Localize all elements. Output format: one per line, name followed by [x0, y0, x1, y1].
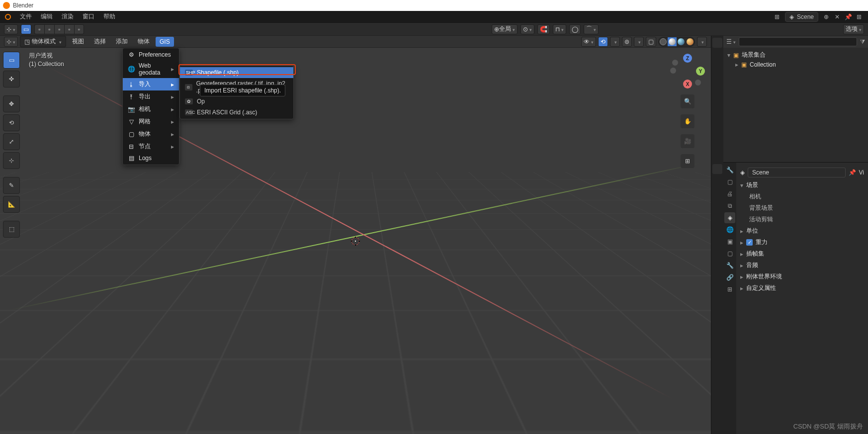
snap-target-button[interactable]: ⊓	[553, 24, 566, 34]
mode-dropdown[interactable]: ◳ 物体模式	[20, 36, 66, 47]
shading-solid[interactable]	[668, 37, 677, 46]
tab-viewlayer[interactable]: ⧉	[724, 200, 735, 211]
panel-custom-props[interactable]: ▸自定义属性	[740, 282, 864, 294]
select-tool-button[interactable]: ▭	[21, 24, 31, 34]
outliner-display-mode[interactable]: ☰	[726, 38, 736, 45]
prop-bg-scene[interactable]: 背景场景	[740, 202, 864, 214]
gizmo-dropdown[interactable]	[610, 37, 620, 47]
tab-render[interactable]: ▢	[724, 176, 735, 187]
axis-neg[interactable]	[695, 80, 701, 86]
shading-rendered[interactable]	[686, 37, 694, 46]
xray-toggle[interactable]: ▢	[646, 37, 656, 47]
viewlayer-icon[interactable]: ⊞	[854, 12, 864, 22]
pin-button[interactable]: 📌	[843, 12, 853, 22]
tab-output[interactable]: 🖨	[724, 188, 735, 199]
prop-camera[interactable]: 相机	[740, 191, 864, 202]
vp-menu-view[interactable]: 视图	[68, 36, 88, 47]
scene-name-field[interactable]: Scene	[748, 168, 846, 177]
camera-view-button[interactable]: 🎥	[681, 134, 694, 148]
prop-active-clip[interactable]: 活动剪辑	[740, 214, 864, 225]
proportional-falloff-button[interactable]: ⌒	[584, 24, 599, 34]
tab-tool[interactable]: 🔧	[724, 165, 735, 175]
editor-type-props[interactable]	[712, 164, 722, 174]
orientation-button[interactable]: ⊕ 全局	[492, 24, 518, 34]
tab-modifier[interactable]: 🔧	[724, 260, 735, 271]
navigation-gizmo[interactable]: Z Y X	[670, 54, 705, 88]
panel-keying-sets[interactable]: ▸插帧集	[740, 248, 864, 260]
expand-icon[interactable]: ▸	[735, 61, 738, 68]
menu-render[interactable]: 渲染	[58, 10, 78, 23]
options-button[interactable]: 选项	[843, 24, 864, 34]
gis-mesh[interactable]: ▽网格▸	[123, 115, 179, 128]
scene-browse-icon[interactable]: ⊞	[772, 12, 782, 22]
gravity-checkbox[interactable]: ✓	[746, 239, 753, 246]
overlay-dropdown[interactable]	[634, 37, 644, 47]
snap-toggle[interactable]: 🧲	[537, 24, 550, 34]
panel-rigidbody[interactable]: ▸刚体世界环境	[740, 271, 864, 282]
gizmo-toggle[interactable]: ⟲	[598, 37, 608, 47]
axis-z[interactable]: Z	[683, 54, 692, 63]
3d-viewport[interactable]: 用户透视 (1) Collection ▭ ✜ ✥ ⟲ ⤢ ⊹ ✎ 📐 ⬚ Z …	[0, 48, 711, 434]
gis-preferences[interactable]: ⚙Preferences	[123, 49, 179, 60]
delete-scene-button[interactable]: ✕	[832, 12, 842, 22]
proportional-toggle[interactable]: ◯	[569, 24, 581, 34]
tab-texture[interactable]: ⊞	[724, 284, 735, 295]
gis-import[interactable]: ⭳导入▸	[123, 78, 179, 90]
tool-rotate[interactable]: ⟲	[3, 114, 20, 131]
tool-scale[interactable]: ⤢	[3, 133, 20, 150]
vp-menu-object[interactable]: 物体	[134, 36, 154, 47]
import-asc[interactable]: ASCESRI ASCII Grid (.asc)	[180, 107, 293, 118]
outliner-editor-type[interactable]	[712, 38, 722, 48]
tool-annotate[interactable]: ✎	[3, 177, 20, 194]
perspective-toggle[interactable]: ⊞	[681, 154, 694, 168]
tool-cursor[interactable]: ✜	[3, 71, 20, 87]
gis-web-geodata[interactable]: 🌐Web geodata▸	[123, 60, 179, 78]
panel-gravity[interactable]: ▸✓重力	[740, 237, 864, 248]
visibility-button[interactable]: 👁	[581, 37, 596, 47]
filter-button[interactable]: ⧩	[860, 38, 865, 45]
tool-transform[interactable]: ⊹	[3, 152, 20, 169]
panel-audio[interactable]: ▸音频	[740, 260, 864, 271]
pan-button[interactable]: ✋	[681, 114, 694, 128]
scene-selector[interactable]: ◈ Scene	[785, 12, 818, 22]
expand-icon[interactable]: ▾	[727, 52, 730, 59]
gis-nodes[interactable]: ⊟节点▸	[123, 140, 179, 153]
select-set-button[interactable]: ▫	[34, 24, 44, 34]
axis-y[interactable]: Y	[696, 67, 705, 76]
panel-units[interactable]: ▸单位	[740, 225, 864, 237]
gis-object[interactable]: ▢物体▸	[123, 128, 179, 140]
outliner-collection[interactable]: ▸ ▣ Collection	[726, 60, 865, 69]
editor-type-button[interactable]: ⊹	[4, 24, 18, 34]
tool-measure[interactable]: 📐	[3, 196, 20, 213]
vp-menu-add[interactable]: 添加	[112, 36, 132, 47]
import-osm[interactable]: ✿Op	[180, 96, 293, 107]
tool-select-box[interactable]: ▭	[3, 52, 20, 69]
zoom-button[interactable]: 🔍	[681, 94, 694, 108]
tab-constraint[interactable]: 🔗	[724, 272, 735, 283]
axis-neg[interactable]	[672, 60, 678, 66]
select-invert-button[interactable]: ▫	[64, 24, 74, 34]
vp-menu-select[interactable]: 选择	[90, 36, 110, 47]
menu-edit[interactable]: 编辑	[37, 10, 57, 23]
menu-help[interactable]: 帮助	[99, 10, 119, 23]
import-shapefile[interactable]: SHPShapefile (.shp)	[180, 67, 293, 78]
tab-object[interactable]: ▢	[724, 248, 735, 259]
overlay-toggle[interactable]: ⊜	[622, 37, 632, 47]
outliner-search[interactable]	[739, 37, 857, 46]
menu-file[interactable]: 文件	[16, 10, 36, 23]
outliner-scene-collection[interactable]: ▾ ▣ 场景集合	[726, 50, 865, 60]
select-intersect-button[interactable]: ▫	[74, 24, 84, 34]
vp-menu-gis[interactable]: GIS	[156, 37, 174, 47]
tab-collection[interactable]: ▣	[724, 236, 735, 247]
select-extend-button[interactable]: ▫	[44, 24, 54, 34]
menu-window[interactable]: 窗口	[79, 10, 98, 23]
gis-export[interactable]: ⭱导出▸	[123, 90, 179, 103]
shading-material[interactable]	[677, 37, 686, 46]
gis-logs[interactable]: ▤Logs	[123, 153, 179, 164]
new-scene-button[interactable]: ⊕	[821, 12, 831, 22]
select-subtract-button[interactable]: ▫	[54, 24, 64, 34]
shading-wireframe[interactable]	[659, 37, 668, 46]
tab-world[interactable]: 🌐	[724, 224, 735, 235]
panel-scene[interactable]: ▾场景	[740, 179, 864, 191]
pin-icon[interactable]: 📌	[849, 169, 856, 176]
